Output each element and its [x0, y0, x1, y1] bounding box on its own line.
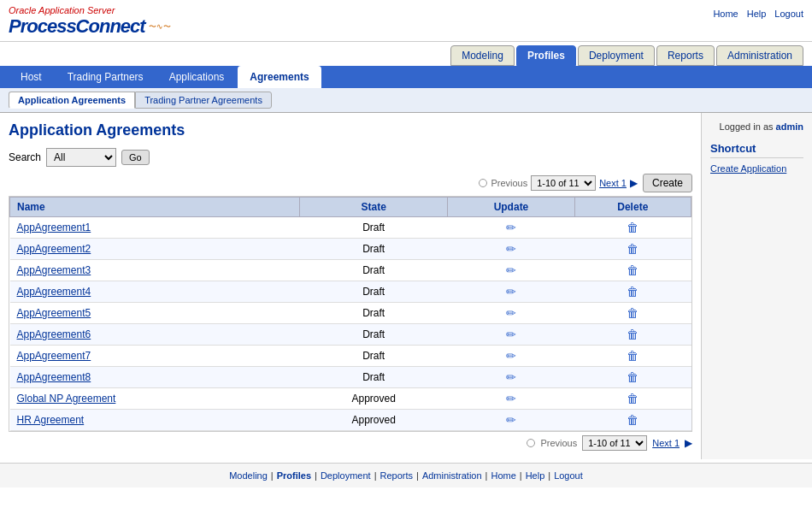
agreement-name-link[interactable]: AppAgreement6	[17, 328, 91, 340]
delete-icon[interactable]: 🗑	[627, 306, 638, 320]
delete-icon[interactable]: 🗑	[627, 263, 638, 277]
header-logout-link[interactable]: Logout	[774, 9, 803, 19]
agreement-name-link[interactable]: Global NP Agreement	[17, 393, 116, 405]
breadcrumb-trading-partner-agreements[interactable]: Trading Partner Agreements	[135, 92, 272, 109]
edit-icon[interactable]: ✏	[506, 349, 516, 363]
tab-deployment[interactable]: Deployment	[578, 45, 655, 66]
cell-update: ✏	[448, 346, 574, 367]
footer-home-link[interactable]: Home	[491, 470, 515, 481]
cell-state: Draft	[300, 281, 448, 303]
cell-update: ✏	[448, 367, 574, 388]
footer: Modeling | Profiles | Deployment | Repor…	[0, 463, 812, 488]
subnav-applications[interactable]: Applications	[157, 66, 237, 88]
agreements-table: Name State Update Delete AppAgreement1 D…	[9, 197, 691, 431]
cell-update: ✏	[448, 281, 574, 303]
cell-delete: 🗑	[574, 260, 691, 281]
cell-delete: 🗑	[574, 388, 691, 410]
cell-name: AppAgreement2	[10, 239, 300, 260]
tab-modeling[interactable]: Modeling	[450, 45, 515, 66]
search-select[interactable]: All Draft Approved	[46, 148, 116, 167]
next-link-bottom[interactable]: Next 1	[652, 438, 680, 448]
footer-reports-link[interactable]: Reports	[380, 470, 413, 481]
edit-icon[interactable]: ✏	[506, 285, 516, 298]
page-range-select-bottom[interactable]: 1-10 of 11	[582, 435, 647, 451]
bottom-pagination-row: Previous 1-10 of 11 Next 1 ▶	[9, 435, 692, 451]
delete-icon[interactable]: 🗑	[627, 392, 638, 405]
tab-administration[interactable]: Administration	[716, 45, 803, 66]
delete-icon[interactable]: 🗑	[627, 221, 638, 234]
header: Oracle Application Server ProcessConnect…	[0, 0, 812, 42]
delete-icon[interactable]: 🗑	[627, 370, 638, 384]
header-help-link[interactable]: Help	[747, 9, 767, 19]
edit-icon[interactable]: ✏	[506, 392, 516, 405]
footer-modeling-link[interactable]: Modeling	[229, 470, 268, 481]
cell-name: AppAgreement8	[10, 367, 300, 388]
edit-icon[interactable]: ✏	[506, 370, 516, 384]
edit-icon[interactable]: ✏	[506, 328, 516, 341]
top-nav: Modeling Profiles Deployment Reports Adm…	[0, 42, 812, 66]
cell-state: Draft	[300, 260, 448, 281]
product-name: ProcessConnect	[9, 15, 145, 38]
edit-icon[interactable]: ✏	[506, 413, 516, 427]
cell-delete: 🗑	[574, 410, 691, 431]
sidebar: Logged in as admin Shortcut Create Appli…	[701, 113, 812, 459]
search-go-button[interactable]: Go	[121, 150, 150, 165]
delete-icon[interactable]: 🗑	[627, 413, 638, 427]
logo-decoration: 〜∿〜	[149, 21, 171, 32]
cell-state: Draft	[300, 303, 448, 324]
delete-icon[interactable]: 🗑	[627, 285, 638, 298]
footer-administration-link[interactable]: Administration	[422, 470, 482, 481]
edit-icon[interactable]: ✏	[506, 263, 516, 277]
edit-icon[interactable]: ✏	[506, 221, 516, 234]
logged-in-info: Logged in as admin	[710, 121, 803, 132]
cell-update: ✏	[448, 239, 574, 260]
cell-name: Global NP Agreement	[10, 388, 300, 410]
subnav-trading-partners[interactable]: Trading Partners	[56, 66, 156, 88]
search-label: Search	[9, 151, 41, 163]
content-area: Application Agreements Search All Draft …	[0, 113, 701, 459]
footer-profiles-link[interactable]: Profiles	[277, 470, 311, 481]
delete-icon[interactable]: 🗑	[627, 349, 638, 363]
col-delete: Delete	[574, 198, 691, 217]
cell-state: Draft	[300, 346, 448, 367]
agreement-name-link[interactable]: AppAgreement5	[17, 307, 91, 319]
agreement-name-link[interactable]: AppAgreement3	[17, 264, 91, 276]
create-application-link[interactable]: Create Application	[710, 163, 803, 174]
cell-state: Approved	[300, 388, 448, 410]
delete-icon[interactable]: 🗑	[627, 328, 638, 341]
footer-logout-link[interactable]: Logout	[554, 470, 583, 481]
scroll-container: Name State Update Delete AppAgreement1 D…	[9, 196, 692, 432]
col-update: Update	[448, 198, 574, 217]
table-row: AppAgreement7 Draft ✏ 🗑	[10, 346, 691, 367]
next-arrow-top: ▶	[630, 177, 638, 189]
footer-deployment-link[interactable]: Deployment	[321, 470, 371, 481]
agreement-name-link[interactable]: HR Agreement	[17, 414, 85, 426]
cell-state: Draft	[300, 217, 448, 239]
header-home-link[interactable]: Home	[713, 9, 738, 19]
next-link-top[interactable]: Next 1	[599, 178, 627, 188]
col-name: Name	[10, 198, 300, 217]
agreement-name-link[interactable]: AppAgreement1	[17, 222, 91, 233]
subnav-host[interactable]: Host	[9, 66, 54, 88]
breadcrumb-application-agreements[interactable]: Application Agreements	[9, 92, 135, 109]
cell-state: Draft	[300, 324, 448, 346]
agreement-name-link[interactable]: AppAgreement7	[17, 350, 91, 362]
agreement-name-link[interactable]: AppAgreement2	[17, 243, 91, 255]
tab-profiles[interactable]: Profiles	[516, 45, 576, 66]
prev-circle-icon-bottom	[527, 439, 535, 447]
agreement-name-link[interactable]: AppAgreement4	[17, 286, 91, 298]
edit-icon[interactable]: ✏	[506, 306, 516, 320]
footer-help-link[interactable]: Help	[526, 470, 545, 481]
delete-icon[interactable]: 🗑	[627, 242, 638, 256]
edit-icon[interactable]: ✏	[506, 242, 516, 256]
agreement-name-link[interactable]: AppAgreement8	[17, 371, 91, 383]
cell-delete: 🗑	[574, 217, 691, 239]
header-links: Home Help Logout	[713, 5, 803, 19]
tab-reports[interactable]: Reports	[656, 45, 715, 66]
table-row: AppAgreement8 Draft ✏ 🗑	[10, 367, 691, 388]
create-button[interactable]: Create	[643, 174, 692, 192]
page-range-select-top[interactable]: 1-10 of 11	[531, 175, 596, 191]
subnav-agreements[interactable]: Agreements	[238, 66, 321, 88]
table-row: AppAgreement4 Draft ✏ 🗑	[10, 281, 691, 303]
oracle-label: Oracle Application Server	[9, 5, 171, 15]
